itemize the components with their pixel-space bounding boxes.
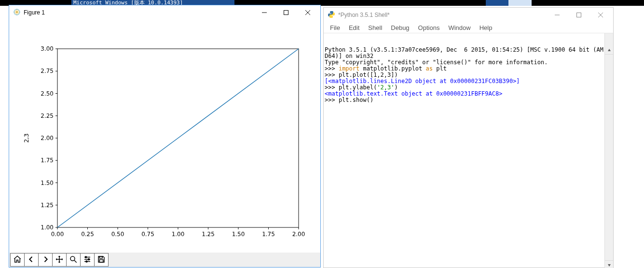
y-tick-label: 1.00 (41, 224, 54, 231)
shell-line: >>> plt.show() (325, 97, 612, 103)
y-tick-label: 1.50 (41, 180, 54, 186)
y-tick-label: 1.25 (41, 202, 54, 209)
y-tick-label: 1.75 (41, 157, 54, 164)
svg-rect-2 (284, 11, 288, 15)
maximize-button[interactable] (275, 6, 297, 19)
y-tick-label: 2.75 (41, 68, 54, 74)
x-tick-label: 0.25 (81, 231, 94, 238)
shell-window: *Python 3.5.1 Shell* FileEditShellDebugO… (323, 7, 614, 268)
svg-point-23 (70, 256, 75, 261)
forward-icon (41, 255, 50, 265)
y-tick-label: 3.00 (41, 45, 54, 52)
menu-item-debug[interactable]: Debug (386, 23, 413, 32)
x-tick-label: 1.50 (232, 231, 245, 238)
svg-rect-34 (576, 13, 581, 17)
scroll-down-button[interactable] (605, 260, 613, 268)
save-button[interactable] (95, 253, 109, 267)
pan-icon (55, 255, 64, 265)
svg-rect-32 (99, 259, 103, 262)
figure-titlebar[interactable]: Figure 1 (9, 5, 320, 20)
home-icon (13, 255, 22, 265)
y-tick-label: 2.50 (41, 90, 54, 97)
zoom-button[interactable] (67, 253, 81, 267)
menu-item-shell[interactable]: Shell (364, 23, 386, 32)
y-tick-label: 2.00 (41, 135, 54, 141)
menu-item-file[interactable]: File (326, 23, 344, 32)
figure-window: Figure 1 0.000.250.500.751.001.251.501.7… (9, 5, 321, 268)
shell-scrollbar[interactable] (604, 33, 613, 268)
scroll-up-button[interactable] (605, 46, 613, 55)
x-tick-label: 0.00 (51, 231, 64, 238)
minimize-button[interactable] (546, 8, 568, 22)
figure-canvas[interactable]: 0.000.250.500.751.001.251.501.752.001.00… (9, 20, 320, 253)
maximize-button[interactable] (568, 8, 589, 22)
svg-rect-31 (99, 256, 102, 258)
save-icon (97, 255, 106, 265)
shell-titlebar[interactable]: *Python 3.5.1 Shell* (324, 8, 613, 22)
configure-button[interactable] (81, 253, 95, 267)
minimize-button[interactable] (253, 6, 275, 19)
menu-item-help[interactable]: Help (475, 23, 497, 32)
back-icon (27, 255, 36, 265)
x-tick-label: 1.25 (202, 231, 215, 238)
configure-icon (83, 255, 92, 265)
home-button[interactable] (10, 253, 25, 267)
svg-point-29 (88, 258, 90, 260)
pan-button[interactable] (53, 253, 67, 267)
close-button[interactable] (297, 6, 318, 19)
taskbar-tab-blue[interactable] (486, 0, 512, 6)
matplotlib-icon (13, 8, 21, 17)
shell-title: *Python 3.5.1 Shell* (338, 12, 390, 18)
y-tick-label: 2.25 (41, 113, 54, 119)
y-axis-label: 2,3 (23, 133, 30, 142)
menu-item-options[interactable]: Options (414, 23, 444, 32)
shell-menubar: FileEditShellDebugOptionsWindowHelp (324, 22, 613, 33)
x-tick-label: 1.00 (172, 231, 185, 238)
close-button[interactable] (589, 8, 611, 22)
forward-button[interactable] (39, 253, 53, 267)
svg-point-30 (86, 261, 87, 262)
figure-toolbar (9, 253, 320, 267)
x-tick-label: 1.75 (262, 231, 275, 238)
zoom-icon (69, 255, 78, 265)
x-tick-label: 0.75 (141, 231, 154, 238)
shell-text-area[interactable]: Python 3.5.1 (v3.5.1:37a07cee5969, Dec 6… (324, 33, 613, 268)
figure-title: Figure 1 (24, 9, 45, 16)
svg-line-24 (74, 260, 77, 263)
taskbar-tab-light[interactable] (508, 0, 532, 6)
x-tick-label: 2.00 (292, 231, 305, 238)
menu-item-edit[interactable]: Edit (344, 23, 364, 32)
data-line (57, 49, 299, 227)
python-icon (328, 11, 335, 20)
menu-item-window[interactable]: Window (444, 23, 475, 32)
back-button[interactable] (25, 253, 39, 267)
svg-point-28 (85, 256, 87, 258)
x-tick-label: 0.50 (111, 231, 124, 238)
